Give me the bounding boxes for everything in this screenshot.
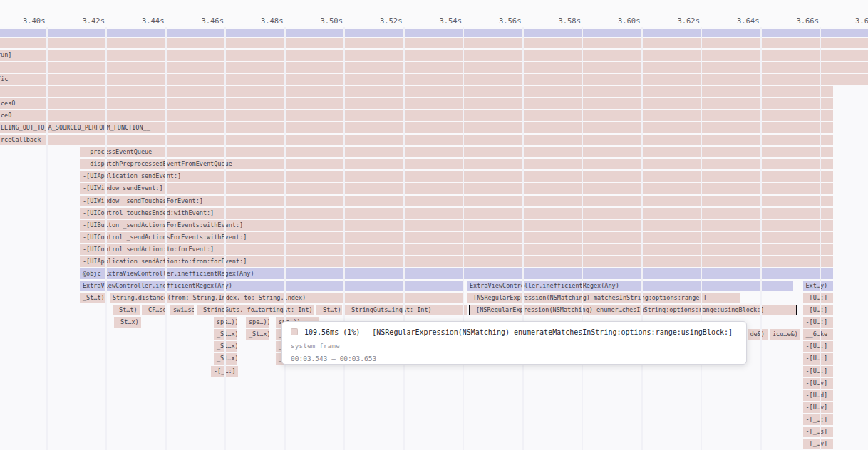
flame-bar-label: _St…x)	[246, 330, 269, 338]
flame-bar[interactable]: fic	[0, 74, 868, 85]
flame-bar[interactable]: -[U…d]	[803, 390, 834, 401]
flame-bar-label: __dispatchPreprocessedEventFromEventQueu…	[80, 160, 232, 167]
flame-bar[interactable]: -[UIApplication sendAction:to:from:forEv…	[80, 256, 833, 267]
flame-bar-label: Ext…y)	[803, 282, 828, 289]
flame-bar-label: de&)	[748, 330, 765, 338]
flame-bar-label: -[UIControl sendAction:to:forEvent:]	[80, 246, 214, 253]
flame-bar[interactable]: -[_…v]	[803, 439, 834, 449]
flame-bar-label: -[U…:]	[803, 318, 828, 325]
flame-bar[interactable]: icu…e&)	[770, 329, 800, 340]
flame-bar[interactable]: -[UIButton _sendActionsForEvents:withEve…	[80, 220, 833, 231]
flame-bar[interactable]: _St…x)	[114, 317, 141, 328]
flame-bar[interactable]: ExtraViewController.inefficientRegex(Any…	[467, 281, 793, 291]
flame-bar[interactable]: -[UIApplication sendEvent:]	[80, 171, 833, 182]
flame-bar[interactable]: _St…t)	[80, 293, 107, 303]
flame-bar[interactable]: -[U…v]	[803, 402, 834, 413]
flame-bar[interactable]: rceCallback	[0, 135, 833, 145]
flame-bar-label: __processEventQueue	[80, 148, 152, 155]
flame-bar[interactable]: -[_…s]	[803, 427, 834, 437]
flame-bar[interactable]: ce0	[0, 110, 833, 121]
flame-bar[interactable]: ces0	[0, 98, 833, 109]
ruler-tick-label: 3.64s	[737, 16, 760, 25]
flame-bar[interactable]: Ext…y)	[803, 281, 834, 291]
flame-bar[interactable]: _CF…se	[142, 305, 167, 315]
flame-bars-layer: run]ficces0ce0LLING_OUT_TO_A_SOURCE0_PER…	[0, 0, 868, 450]
flame-bar-label: fic	[0, 75, 8, 83]
gridline	[641, 27, 643, 450]
flame-bar[interactable]: @objc ExtraViewController.inefficientReg…	[80, 268, 833, 279]
flame-bar[interactable]: _St…t)	[113, 305, 140, 315]
flame-bar[interactable]: __processEventQueue	[80, 147, 833, 157]
ruler-tick-label: 3.54s	[439, 16, 462, 25]
tooltip-title: 109.56ms (1%) -[NSRegularExpression(NSMa…	[291, 328, 738, 336]
flame-bar-label: -[U…d]	[803, 392, 828, 399]
gridline	[105, 27, 108, 450]
gridline	[224, 27, 227, 450]
flame-bar[interactable]: -[U…:]	[803, 353, 834, 364]
flame-bar-label: -[U…:]	[803, 355, 828, 362]
flame-bar[interactable]: swi…se	[170, 305, 194, 315]
flame-bar-selected[interactable]: -[NSRegularExpression(NSMatching) enumer…	[469, 305, 797, 315]
flame-bar[interactable]: -[UIControl _sendActionsForEvents:withEv…	[80, 232, 833, 243]
flame-bar-label: ExtraViewController.inefficientRegex(Any…	[467, 282, 619, 289]
flame-bar[interactable]	[0, 62, 868, 73]
frame-category-swatch	[291, 328, 298, 335]
flame-bar-label: icu…e&)	[770, 330, 798, 338]
flame-bar[interactable]: -[NSRegularExpression(NSMatching) matche…	[467, 293, 740, 303]
flame-bar-label: -[U…v]	[803, 404, 828, 411]
flame-bar[interactable]: -[UIControl touchesEnded:withEvent:]	[80, 208, 833, 219]
flame-bar-label: -[NSRegularExpression(NSMatching) enumer…	[470, 306, 764, 313]
gridline	[760, 27, 762, 450]
timeline-ruler[interactable]: 3.40s3.42s3.44s3.46s3.48s3.50s3.52s3.54s…	[0, 0, 868, 27]
gridline	[582, 27, 584, 450]
flame-bar-label: -[_…:]	[803, 416, 828, 423]
flame-bar[interactable]: -[U…:]	[803, 293, 834, 303]
flame-bar[interactable]: -[UIWindow _sendTouchesForEvent:]	[80, 196, 833, 206]
flame-bar-label: -[U…:]	[803, 306, 828, 313]
flame-bar-label: -[UIWindow sendEvent:]	[80, 184, 163, 192]
tooltip-percent: (1%)	[343, 328, 360, 336]
tooltip-duration: 109.56ms	[304, 328, 339, 336]
flame-bar[interactable]: _St…x)	[246, 329, 269, 340]
ruler-tick-label: 3.42s	[82, 16, 105, 25]
flame-bar-label: _St…t)	[80, 294, 105, 301]
flame-bar[interactable]: -[UIControl sendAction:to:forEvent:]	[80, 244, 833, 255]
flame-bar[interactable]: ExtraViewController.inefficientRegex(Any…	[80, 281, 464, 291]
flame-bar-label: -[_…v]	[803, 440, 828, 447]
flame-bar[interactable]: _StringGuts…ingAt: Int)	[345, 305, 467, 315]
flame-bar[interactable]: _StringGuts._fo…tartingAt: Int)	[197, 305, 314, 315]
flame-bar[interactable]: run]	[0, 50, 868, 61]
flame-bar[interactable]	[0, 86, 833, 97]
flame-bar-label: -[UIControl touchesEnded:withEvent:]	[80, 209, 214, 216]
flame-bar[interactable]: -[UIWindow sendEvent:]	[80, 183, 833, 194]
flame-chart-view[interactable]: 3.40s3.42s3.44s3.46s3.48s3.50s3.52s3.54s…	[0, 0, 868, 450]
gridline	[820, 27, 822, 450]
flame-bar-label: swi…se	[170, 306, 194, 313]
flame-bar[interactable]	[0, 38, 868, 48]
gridline	[343, 27, 346, 450]
flame-bar-label: -[_…:]	[211, 367, 236, 375]
flame-bar-label: _StringGuts…ingAt: Int)	[345, 306, 432, 313]
flame-bar-label: spe…))	[246, 318, 269, 325]
ruler-tick-label: 3.58s	[558, 16, 581, 25]
flame-bar[interactable]: -[U…:]	[803, 366, 834, 377]
flame-bar[interactable]: -[U…:]	[803, 341, 834, 352]
flame-bar[interactable]: -[U…v]	[803, 378, 834, 389]
ruler-tick-label: 3.62s	[677, 16, 700, 25]
ruler-tick-label: 3.48s	[261, 16, 284, 25]
flame-bar-label: _St…t)	[113, 306, 138, 313]
flame-bar[interactable]: __6…ke	[803, 329, 834, 340]
flame-bar-label: -[UIWindow _sendTouchesForEvent:]	[80, 197, 203, 204]
flame-bar[interactable]: __dispatchPreprocessedEventFromEventQueu…	[80, 159, 833, 169]
flame-bar[interactable]: -[_…:]	[803, 414, 834, 425]
flame-bar[interactable]: _St…t)	[316, 305, 342, 315]
flame-bar[interactable]	[0, 29, 868, 38]
flame-bar[interactable]: de&)	[748, 329, 768, 340]
flame-bar[interactable]: spe…))	[246, 317, 269, 328]
ruler-tick-label: 3.50s	[320, 16, 343, 25]
flame-bar[interactable]: -[U…:]	[803, 305, 834, 315]
flame-bar[interactable]: -[U…:]	[803, 317, 834, 328]
flame-bar[interactable]: String.distance(from: String.Index, to: …	[110, 293, 464, 303]
flame-bar-label: LLING_OUT_TO_A_SOURCE0_PERFORM_FUNCTION_…	[0, 124, 150, 131]
flame-bar[interactable]: LLING_OUT_TO_A_SOURCE0_PERFORM_FUNCTION_…	[0, 122, 833, 133]
